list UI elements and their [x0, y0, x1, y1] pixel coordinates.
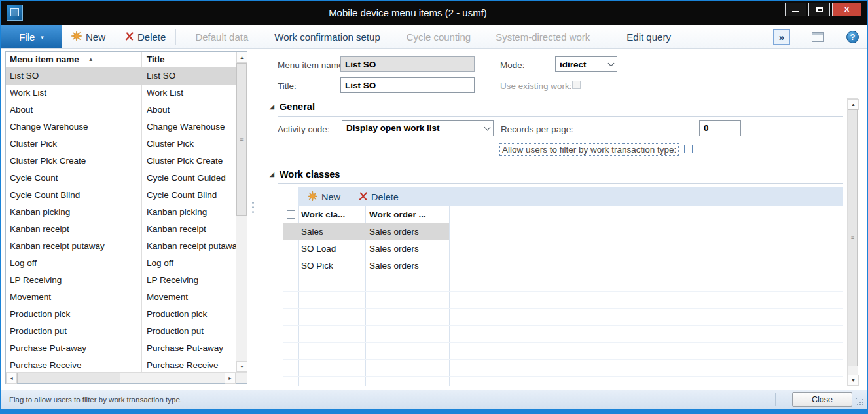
maximize-button[interactable] [808, 3, 830, 16]
window-title: Mobile device menu items (2 - usmf) [41, 1, 775, 25]
delete-icon [359, 192, 367, 202]
work-confirmation-setup-button[interactable]: Work confirmation setup [264, 31, 389, 43]
default-data-label: Default data [195, 31, 248, 43]
table-row[interactable]: Production putProduction put [6, 323, 236, 340]
table-row[interactable]: Kanban receiptKanban receipt [6, 221, 236, 238]
close-window-button[interactable]: X [832, 3, 861, 16]
filter-by-work-transaction-type-checkbox[interactable] [684, 145, 693, 153]
maximize-icon [816, 7, 823, 12]
menu-grid-header: Menu item name▲ Title [6, 52, 236, 68]
mode-dropdown[interactable]: idirect [555, 56, 617, 72]
scroll-down-icon: ▼ [240, 364, 244, 369]
scroll-up-icon: ▲ [851, 102, 856, 107]
column-header-work-order[interactable]: Work order ... [369, 206, 426, 223]
menu-item-name-label: Menu item name: [278, 60, 346, 70]
close-button[interactable]: Close [792, 392, 852, 407]
chevron-down-icon [606, 57, 617, 71]
records-per-page-field[interactable] [699, 120, 741, 136]
section-divider [278, 183, 843, 184]
table-row[interactable]: MovementMovement [6, 289, 236, 306]
records-per-page-label: Records per page: [501, 124, 573, 134]
work-confirmation-setup-label: Work confirmation setup [274, 31, 380, 43]
app-window: Mobile device menu items (2 - usmf) X Fi… [0, 0, 868, 414]
scroll-down-button[interactable]: ▼ [236, 361, 247, 372]
table-row[interactable]: Kanban receipt putawayKanban receipt put… [6, 238, 236, 255]
table-row[interactable]: Cycle CountCycle Count Guided [6, 170, 236, 187]
table-row[interactable]: Cluster Pick CreateCluster Pick Create [6, 153, 236, 170]
menu-item-name-field[interactable] [340, 56, 475, 72]
work-classes-rows: Sales Sales orders SO Load Sales orders … [283, 223, 843, 274]
scrollbar-thumb[interactable]: ≡ [236, 63, 247, 216]
activity-code-dropdown[interactable]: Display open work list [342, 120, 494, 136]
panel-splitter[interactable] [251, 202, 255, 224]
scroll-down-button[interactable]: ▼ [848, 375, 859, 386]
scroll-right-button[interactable]: ► [225, 373, 236, 384]
table-row[interactable]: Cluster PickCluster Pick [6, 136, 236, 153]
toolbar: File ▾ New Delete Default data Work conf… [1, 25, 867, 49]
table-row[interactable]: List SOList SO [6, 67, 236, 85]
title-field[interactable] [340, 77, 475, 93]
window-layout-icon[interactable] [812, 32, 824, 42]
table-row[interactable]: SO Load Sales orders [283, 240, 843, 257]
scrollbar-thumb[interactable] [17, 373, 120, 383]
minimize-button[interactable] [785, 3, 806, 16]
cycle-counting-label: Cycle counting [407, 31, 471, 43]
scroll-left-icon: ◄ [9, 376, 14, 381]
table-row[interactable]: LP ReceivingLP Receiving [6, 272, 236, 289]
scroll-down-icon: ▼ [851, 378, 856, 383]
table-row[interactable]: Cycle Count BlindCycle Count Blind [6, 187, 236, 204]
sort-ascending-icon: ▲ [88, 56, 94, 62]
default-data-button: Default data [185, 31, 258, 43]
column-header-title[interactable]: Title [147, 52, 165, 67]
scrollbar-corner [236, 372, 247, 383]
filter-by-work-transaction-type-label: Allow users to filter by work transactio… [499, 143, 679, 156]
table-row[interactable]: Log offLog off [6, 255, 236, 272]
cycle-counting-button: Cycle counting [397, 31, 480, 43]
menu-items-grid: Menu item name▲ Title List SOList SO Wor… [5, 51, 247, 384]
vertical-scrollbar[interactable]: ▲ ≡ ▼ [236, 52, 247, 372]
general-section-header[interactable]: ◢ General [270, 102, 315, 112]
scroll-right-icon: ► [228, 376, 232, 381]
new-button[interactable]: New [62, 31, 115, 43]
table-row[interactable]: Kanban pickingKanban picking [6, 204, 236, 221]
close-icon: X [844, 5, 850, 14]
toolbar-divider [801, 29, 801, 45]
table-row[interactable]: Work ListWork List [6, 85, 236, 102]
empty-grid-rows [283, 274, 843, 386]
scrollbar-thumb[interactable]: ≡ [848, 109, 858, 366]
title-bar: Mobile device menu items (2 - usmf) X [1, 1, 867, 25]
horizontal-scrollbar[interactable]: ◄ ► [6, 372, 236, 383]
table-row[interactable]: Change WarehouseChange Warehouse [6, 119, 236, 136]
work-classes-delete-button[interactable]: Delete [359, 192, 399, 202]
file-menu-button[interactable]: File ▾ [1, 25, 62, 48]
column-header-menu-item-name[interactable]: Menu item name▲ [10, 52, 94, 67]
resize-grip[interactable] [856, 398, 864, 406]
table-row[interactable]: Sales Sales orders [283, 223, 843, 240]
table-row[interactable]: SO Pick Sales orders [283, 257, 843, 274]
work-classes-grid: Work cla... Work order ... Sales Sales o… [283, 206, 843, 386]
table-row[interactable]: Production pickProduction pick [6, 306, 236, 323]
work-classes-section-header[interactable]: ◢ Work classes [270, 169, 340, 179]
chevron-down-icon [482, 121, 493, 136]
chevron-down-icon: ▾ [41, 34, 44, 41]
delete-button[interactable]: Delete [115, 31, 175, 43]
section-divider [278, 116, 843, 117]
table-row[interactable]: Purchase ReceivePurchase Receive [6, 357, 236, 372]
scroll-left-button[interactable]: ◄ [6, 373, 17, 384]
scroll-up-button[interactable]: ▲ [236, 52, 247, 63]
app-icon[interactable] [7, 5, 23, 21]
details-vertical-scrollbar[interactable]: ▲ ≡ ▼ [847, 98, 858, 386]
table-row[interactable]: AboutAbout [6, 102, 236, 119]
close-button-label: Close [812, 395, 833, 404]
select-all-checkbox[interactable] [287, 210, 295, 219]
column-header-work-class[interactable]: Work cla... [301, 206, 345, 223]
new-icon [308, 191, 317, 203]
work-classes-new-button[interactable]: New [308, 191, 340, 203]
edit-query-button[interactable]: Edit query [617, 31, 681, 43]
help-icon[interactable]: ? [846, 31, 859, 43]
scroll-up-button[interactable]: ▲ [848, 99, 859, 110]
help-question-mark: ? [850, 32, 856, 42]
status-message: Flag to allow users to filter by work tr… [9, 390, 182, 409]
toolbar-overflow-button[interactable]: » [773, 29, 790, 45]
table-row[interactable]: Purchase Put-awayPurchase Put-away [6, 340, 236, 357]
